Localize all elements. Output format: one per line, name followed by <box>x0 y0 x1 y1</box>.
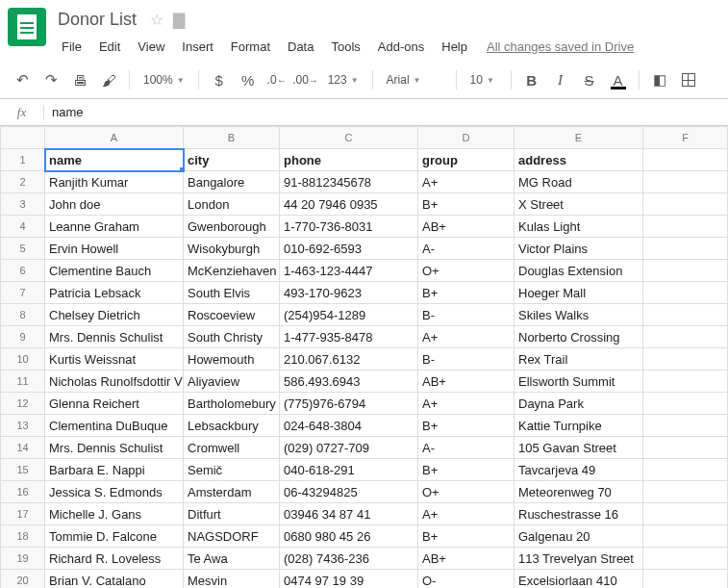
row-header[interactable]: 13 <box>1 415 45 437</box>
cell[interactable]: 040-618-291 <box>280 459 418 481</box>
cell[interactable]: Kurtis Weissnat <box>45 348 184 371</box>
cell[interactable]: Tavcarjeva 49 <box>515 459 643 481</box>
cell[interactable]: B+ <box>418 282 515 304</box>
cell[interactable]: 024-648-3804 <box>280 415 418 437</box>
cell[interactable]: Meteorenweg 70 <box>515 481 643 503</box>
cell[interactable] <box>643 216 728 238</box>
row-header[interactable]: 10 <box>1 348 45 371</box>
cell[interactable]: phone <box>280 149 418 171</box>
cell[interactable] <box>643 348 728 371</box>
cell[interactable] <box>643 282 728 304</box>
move-folder-icon[interactable]: ▇ <box>173 11 185 29</box>
undo-button[interactable]: ↶ <box>10 67 35 92</box>
cell[interactable]: Galgenau 20 <box>515 525 643 548</box>
cell[interactable]: Victor Plains <box>515 238 643 260</box>
cell[interactable]: 105 Gavan Street <box>515 437 643 459</box>
cell[interactable] <box>643 238 728 260</box>
cell[interactable]: Richard R. Loveless <box>45 548 184 570</box>
text-color-button[interactable]: A <box>606 67 631 92</box>
row-header[interactable]: 7 <box>1 282 45 304</box>
borders-button[interactable] <box>676 67 701 92</box>
menu-help[interactable]: Help <box>434 36 475 58</box>
cell[interactable]: AB+ <box>418 216 515 238</box>
cell[interactable]: Kattie Turnpike <box>515 415 643 437</box>
cell[interactable]: Norberto Crossing <box>515 326 643 348</box>
cell[interactable]: 113 Trevelyan Street <box>515 548 643 570</box>
cell[interactable]: Semič <box>184 459 280 481</box>
cell[interactable]: Mrs. Dennis Schulist <box>45 437 184 459</box>
increase-decimal-button[interactable]: .00→ <box>293 67 318 92</box>
cell[interactable]: city <box>184 149 280 171</box>
cell[interactable]: 493-170-9623 <box>280 282 418 304</box>
column-header-C[interactable]: C <box>280 127 418 149</box>
strikethrough-button[interactable]: S <box>577 67 602 92</box>
print-button[interactable]: 🖶 <box>67 67 92 92</box>
cell[interactable]: Excelsiorlaan 410 <box>515 570 643 589</box>
cell[interactable]: Lebsackbury <box>184 415 280 437</box>
row-header[interactable]: 2 <box>1 171 45 193</box>
cell[interactable]: Amsterdam <box>184 481 280 503</box>
row-header[interactable]: 4 <box>1 216 45 238</box>
cell[interactable]: O+ <box>418 481 515 503</box>
menu-edit[interactable]: Edit <box>91 36 128 58</box>
menu-view[interactable]: View <box>130 36 172 58</box>
cell[interactable]: Brian V. Catalano <box>45 570 184 589</box>
menu-addons[interactable]: Add-ons <box>370 36 432 58</box>
menu-file[interactable]: File <box>54 36 89 58</box>
select-all-corner[interactable] <box>1 127 45 149</box>
cell[interactable]: Chelsey Dietrich <box>45 304 184 326</box>
cell[interactable]: Ditfurt <box>184 503 280 525</box>
cell[interactable]: Clementine Bauch <box>45 260 184 282</box>
cell[interactable]: Michelle J. Gans <box>45 503 184 525</box>
cell[interactable]: South Elvis <box>184 282 280 304</box>
row-header[interactable]: 5 <box>1 238 45 260</box>
cell[interactable]: Bartholomebury <box>184 393 280 415</box>
cell[interactable]: Howemouth <box>184 348 280 371</box>
cell[interactable]: 06-43294825 <box>280 481 418 503</box>
column-header-B[interactable]: B <box>184 127 280 149</box>
decrease-decimal-button[interactable]: .0← <box>264 67 289 92</box>
cell[interactable]: A+ <box>418 393 515 415</box>
cell[interactable]: A- <box>418 437 515 459</box>
cell[interactable]: Douglas Extension <box>515 260 643 282</box>
cell[interactable] <box>643 171 728 193</box>
cell[interactable]: 44 20 7946 0935 <box>280 193 418 216</box>
cell[interactable]: (029) 0727-709 <box>280 437 418 459</box>
cell[interactable]: (028) 7436-236 <box>280 548 418 570</box>
cell[interactable]: Kulas Light <box>515 216 643 238</box>
row-header[interactable]: 18 <box>1 525 45 548</box>
cell[interactable]: Tommie D. Falcone <box>45 525 184 548</box>
paint-format-button[interactable]: 🖌 <box>96 67 121 92</box>
cell[interactable]: B- <box>418 304 515 326</box>
row-header[interactable]: 15 <box>1 459 45 481</box>
cell[interactable]: South Christy <box>184 326 280 348</box>
zoom-select[interactable]: 100%▼ <box>138 73 190 87</box>
cell[interactable]: 1-770-736-8031 <box>280 216 418 238</box>
cell[interactable]: Skiles Walks <box>515 304 643 326</box>
column-header-E[interactable]: E <box>515 127 643 149</box>
cell[interactable]: A+ <box>418 171 515 193</box>
cell[interactable]: Patricia Lebsack <box>45 282 184 304</box>
cell[interactable]: Jessica S. Edmonds <box>45 481 184 503</box>
cell[interactable]: O- <box>418 570 515 589</box>
cell[interactable]: Rex Trail <box>515 348 643 371</box>
sheets-logo-icon[interactable] <box>8 8 46 46</box>
italic-button[interactable]: I <box>548 67 573 92</box>
cell[interactable]: Nicholas Runolfsdottir V <box>45 371 184 393</box>
cell[interactable]: John doe <box>45 193 184 216</box>
formula-input[interactable]: name <box>44 105 728 119</box>
column-header-F[interactable]: F <box>643 127 728 149</box>
menu-tools[interactable]: Tools <box>323 36 367 58</box>
cell[interactable]: Ruschestrasse 16 <box>515 503 643 525</box>
font-family-select[interactable]: Arial▼ <box>381 73 448 87</box>
cell[interactable] <box>643 393 728 415</box>
row-header[interactable]: 8 <box>1 304 45 326</box>
cell[interactable]: X Street <box>515 193 643 216</box>
cell[interactable]: name <box>45 149 184 171</box>
fill-color-button[interactable]: ◧ <box>647 67 672 92</box>
cell[interactable]: 210.067.6132 <box>280 348 418 371</box>
cell[interactable]: Clementina DuBuque <box>45 415 184 437</box>
save-status[interactable]: All changes saved in Drive <box>487 39 634 54</box>
row-header[interactable]: 1 <box>1 149 45 171</box>
cell[interactable]: Bangalore <box>184 171 280 193</box>
